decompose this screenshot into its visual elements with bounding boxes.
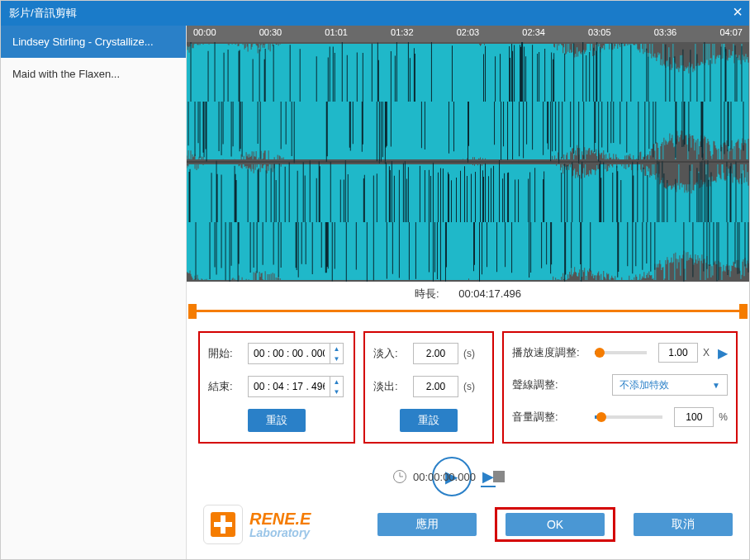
spin-down-icon[interactable]: ▼ bbox=[330, 387, 343, 396]
footer: RENE.E Laboratory 應用 OK 取消 bbox=[187, 498, 749, 556]
ruler-tick: 02:34 bbox=[522, 27, 545, 42]
end-time-field[interactable] bbox=[249, 381, 330, 392]
ok-button[interactable]: OK bbox=[506, 513, 605, 536]
fade-box: 淡入: (s) 淡出: (s) 重設 bbox=[363, 331, 494, 444]
brand-name: RENE.E bbox=[249, 510, 311, 528]
sound-effect-value: 不添加特效 bbox=[619, 378, 669, 392]
spin-up-icon[interactable]: ▲ bbox=[330, 344, 343, 354]
range-handle-left[interactable] bbox=[188, 304, 197, 319]
speed-value-input[interactable] bbox=[658, 343, 698, 363]
spin-down-icon[interactable]: ▼ bbox=[330, 354, 343, 363]
start-label: 開始: bbox=[208, 346, 243, 361]
speed-label: 播放速度調整: bbox=[512, 345, 583, 360]
fadeout-label: 淡出: bbox=[373, 379, 408, 394]
file-sidebar: Lindsey Stirling - Crystallize... Maid w… bbox=[1, 26, 187, 559]
ruler-tick: 01:01 bbox=[325, 27, 348, 42]
range-slider[interactable] bbox=[187, 303, 749, 320]
duration-value: 00:04:17.496 bbox=[458, 287, 521, 300]
fadeout-input[interactable] bbox=[413, 376, 458, 397]
waveform-display[interactable] bbox=[187, 42, 749, 282]
end-time-input[interactable]: ▲▼ bbox=[248, 376, 344, 397]
ruler-tick: 00:30 bbox=[259, 27, 282, 42]
main-panel: 00:00 00:30 01:01 01:32 02:03 02:34 03:0… bbox=[187, 26, 749, 559]
audio-editor-window: 影片/音訊剪輯 × Lindsey Stirling - Crystallize… bbox=[0, 0, 750, 560]
duration-label: 時長: bbox=[415, 287, 439, 300]
ruler-tick: 00:00 bbox=[193, 27, 216, 42]
reset-fade-button[interactable]: 重設 bbox=[400, 409, 458, 432]
sidebar-item[interactable]: Maid with the Flaxen... bbox=[1, 58, 186, 90]
clock-icon bbox=[393, 470, 406, 483]
volume-label: 音量調整: bbox=[512, 410, 583, 425]
sidebar-item[interactable]: Lindsey Stirling - Crystallize... bbox=[1, 26, 186, 58]
duration-row: 時長: 00:04:17.496 bbox=[187, 282, 749, 303]
speed-slider[interactable] bbox=[595, 351, 647, 354]
speed-unit: X bbox=[703, 347, 710, 358]
volume-value-input[interactable] bbox=[674, 407, 714, 427]
apply-button[interactable]: 應用 bbox=[377, 513, 477, 536]
preview-play-icon[interactable]: ▶ bbox=[718, 345, 728, 361]
volume-slider[interactable] bbox=[595, 415, 662, 419]
logo-icon bbox=[203, 505, 243, 544]
time-range-box: 開始: ▲▼ 結束: ▲▼ 重設 bbox=[198, 331, 355, 444]
fadein-label: 淡入: bbox=[373, 346, 408, 361]
ruler-tick: 03:05 bbox=[588, 27, 611, 42]
sound-label: 聲線調整: bbox=[512, 377, 583, 392]
adjust-box: 播放速度調整: X ▶ 聲線調整: 不添加特效 ▼ bbox=[502, 331, 738, 444]
titlebar: 影片/音訊剪輯 × bbox=[1, 1, 749, 26]
range-handle-right[interactable] bbox=[739, 304, 748, 319]
ruler-tick: 02:03 bbox=[457, 27, 480, 42]
cancel-button[interactable]: 取消 bbox=[634, 513, 733, 536]
chevron-down-icon: ▼ bbox=[712, 381, 720, 390]
ok-highlight: OK bbox=[495, 507, 615, 542]
window-title: 影片/音訊剪輯 bbox=[9, 6, 77, 21]
time-ruler: 00:00 00:30 01:01 01:32 02:03 02:34 03:0… bbox=[187, 26, 749, 42]
start-time-input[interactable]: ▲▼ bbox=[248, 343, 344, 364]
brand-sub: Laboratory bbox=[249, 527, 311, 539]
ruler-tick: 01:32 bbox=[391, 27, 414, 42]
ruler-tick: 04:07 bbox=[719, 27, 743, 42]
start-time-field[interactable] bbox=[249, 348, 330, 359]
playback-bar: 00:00:00.000 ▶ ▶ bbox=[187, 450, 749, 498]
fadeout-unit: (s) bbox=[463, 381, 475, 392]
playback-time: 00:00:00.000 bbox=[413, 471, 476, 483]
fadein-input[interactable] bbox=[413, 343, 458, 364]
brand-logo: RENE.E Laboratory bbox=[203, 505, 311, 544]
sound-effect-select[interactable]: 不添加特效 ▼ bbox=[612, 374, 728, 396]
reset-time-button[interactable]: 重設 bbox=[248, 409, 306, 432]
end-label: 結束: bbox=[208, 379, 243, 394]
volume-unit: % bbox=[719, 411, 728, 423]
fadein-unit: (s) bbox=[463, 348, 475, 359]
goto-icon[interactable]: ▶ bbox=[482, 467, 494, 486]
spin-up-icon[interactable]: ▲ bbox=[330, 377, 343, 387]
stop-button[interactable] bbox=[493, 471, 505, 482]
close-icon[interactable]: × bbox=[733, 2, 743, 21]
ruler-tick: 03:36 bbox=[654, 27, 677, 42]
